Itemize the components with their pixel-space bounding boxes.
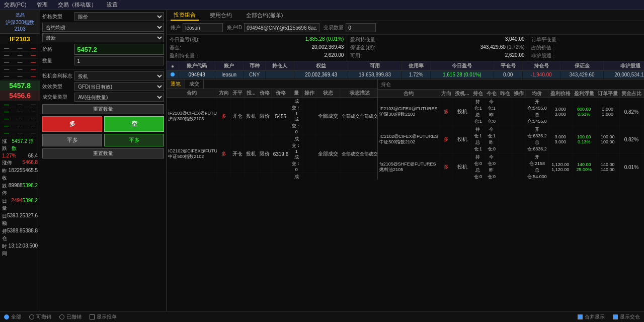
tab-portfolio[interactable]: 投资组合 bbox=[171, 10, 199, 21]
col-margin: 保证金 bbox=[560, 61, 604, 71]
order-value-label: 占的价值： bbox=[531, 44, 556, 51]
radio-cancellable-dot bbox=[29, 314, 34, 319]
checkbox-merge-label: 合并显示 bbox=[585, 313, 605, 320]
radio-cancellable[interactable]: 可撤销 bbox=[29, 313, 51, 320]
pos-th-invest: 投机... bbox=[453, 90, 471, 98]
effect-label: 效效类型 bbox=[42, 83, 72, 90]
col-flat: 平仓号 bbox=[494, 61, 522, 71]
row-holder bbox=[266, 71, 294, 79]
trade-row[interactable]: IF2103@CIFEX@FUTURES 沪深300指数2103 多 开仓 投机… bbox=[167, 98, 377, 135]
menu-item-trade-mobile[interactable]: 交易（移动版） bbox=[56, 1, 99, 9]
checkbox-show-orders-label: 显示报单 bbox=[97, 313, 117, 320]
pos-th-position: 持仓 bbox=[471, 90, 485, 98]
trade-qty-input[interactable] bbox=[346, 23, 376, 32]
row-position: -1,940.00 bbox=[522, 71, 560, 79]
col-code: 账户代码 bbox=[179, 61, 215, 71]
price-type-select2[interactable]: 合约均价 最新 bbox=[42, 23, 164, 32]
th-price: 价格 bbox=[271, 89, 290, 98]
th-status: 状态 bbox=[316, 89, 340, 98]
flat-multi-btn[interactable]: 平多 bbox=[42, 134, 102, 146]
checkbox-show-orders[interactable]: 显示报单 bbox=[90, 313, 117, 320]
tab-fee[interactable]: 费用合约 bbox=[207, 11, 235, 20]
contract-name[interactable]: IF2103 bbox=[0, 34, 40, 44]
vol-type-select[interactable]: AV(任何数量) bbox=[74, 93, 164, 102]
account-table-container: ● 账户代码 账户 币种 持仓人 权益 可用 使用率 今日盈号 平仓号 持仓号 … bbox=[167, 61, 644, 79]
side-stats: 涨跌5457.2 浮数 1.27%68.4 涨停5466.8 昨收1822554… bbox=[0, 137, 40, 258]
radio-cancellable-label: 可撤销 bbox=[36, 313, 51, 320]
tab-trade[interactable]: 成交 bbox=[185, 79, 204, 89]
indicator-label: 投机套利标志 bbox=[42, 72, 72, 79]
today-profit-label: 今日盈亏(税): bbox=[170, 36, 199, 43]
col-available: 可用 bbox=[348, 61, 402, 71]
radio-all[interactable]: 全部 bbox=[4, 313, 21, 320]
trade-left: 逐笔 成交 合约 方向 开平 投... 价格 价格 bbox=[167, 79, 378, 180]
checkbox-show-position-box bbox=[613, 314, 618, 319]
holding-value: 2,620.00 bbox=[324, 52, 344, 59]
tab-all-contracts[interactable]: 全部合约(撤单) bbox=[243, 11, 286, 20]
col-equity: 权益 bbox=[294, 61, 348, 71]
col-currency: 币种 bbox=[243, 61, 265, 71]
account-input[interactable] bbox=[183, 23, 223, 32]
menu-item-manage[interactable]: 管理 bbox=[35, 1, 50, 9]
bottom-section: 逐笔 成交 合约 方向 开平 投... 价格 价格 bbox=[167, 79, 644, 180]
multi-btn[interactable]: 多 bbox=[42, 116, 102, 132]
radio-cancelled[interactable]: 已撤销 bbox=[59, 313, 82, 320]
col-usage: 使用率 bbox=[401, 61, 430, 71]
pos-th-contract: 合约 bbox=[378, 90, 440, 98]
checkbox-show-position[interactable]: 显示交仓 bbox=[613, 313, 640, 320]
pos-th-dir: 方向 bbox=[440, 90, 453, 98]
menu-item-settings[interactable]: 设置 bbox=[105, 1, 120, 9]
position-row[interactable]: IC2102@CIFEX@FUTURES 中证500指数2102 多 投机 持仓… bbox=[378, 126, 644, 153]
vol-type-label: 成交量类型 bbox=[42, 94, 72, 101]
available-value: 2,620.00 bbox=[505, 52, 525, 59]
row-margin: 343,429.60 bbox=[560, 71, 604, 79]
reset-qty-btn1[interactable]: 重置数量 bbox=[42, 104, 164, 114]
menu-bar: 交易(PC) 管理 交易（移动版） 设置 bbox=[0, 0, 644, 10]
col-today: 今日盈号 bbox=[431, 61, 494, 71]
trade-right: 持仓 合约 方向 投机... 持仓 今仓 昨仓 操作 bbox=[378, 79, 644, 180]
position-row[interactable]: fu2105@SHFE@FUTURES 燃料油2105 多 投机 持仓:0 总仓… bbox=[378, 153, 644, 180]
menu-item-trade-pc[interactable]: 交易(PC) bbox=[2, 1, 29, 9]
trade-row[interactable]: IC2102@CIFEX@FUTURES 中证500指数2102 多 开仓 投机… bbox=[167, 135, 377, 173]
price-input[interactable] bbox=[74, 44, 164, 55]
last-price-1: 5457.8 bbox=[0, 80, 40, 91]
status-bar: 全部 可撤销 已撤销 显示报单 合并显示 显示交仓 bbox=[0, 311, 644, 322]
flat-empty-btn[interactable]: 平多 bbox=[104, 134, 164, 146]
col-holder: 持仓人 bbox=[266, 61, 294, 71]
checkbox-merge[interactable]: 合并显示 bbox=[578, 313, 605, 320]
th-dir: 方向 bbox=[217, 89, 230, 98]
pos-th-capital: 资金占比 bbox=[619, 90, 643, 98]
price-type-select[interactable]: 限价 市价 bbox=[74, 12, 164, 21]
col-account: 账户 bbox=[215, 61, 243, 71]
position-row[interactable]: IF2103@CIFEX@FUTURES 沪深300指数2103 多 投机 持仓… bbox=[378, 98, 644, 126]
indicator-select[interactable]: 投机 bbox=[74, 71, 164, 80]
account-row[interactable]: 094948 leosun CNY 20,002,369.43 19,658,8… bbox=[167, 71, 644, 79]
col-nonstock: 非沪股通 bbox=[604, 61, 644, 71]
row-usage: 1.72% bbox=[401, 71, 430, 79]
pos-th-avg: 均价 bbox=[525, 90, 548, 98]
today-profit-value: 1,885.28 (0.01%) bbox=[305, 36, 344, 43]
available-label: 可用: bbox=[350, 52, 362, 59]
holding2-value: 3,040.00 bbox=[505, 36, 525, 43]
fund-label: 基金: bbox=[170, 44, 181, 51]
trade-row[interactable]: fu2105@SHFE@FUTURES 燃料油2105 多 开仓 投机 限价 2… bbox=[167, 173, 377, 180]
broker-id-input[interactable] bbox=[244, 23, 319, 32]
account-form: 账户 账户ID 交易数量 bbox=[167, 21, 644, 35]
broker-label: 账户ID bbox=[227, 24, 242, 31]
tab-tick[interactable]: 逐笔 bbox=[167, 79, 185, 89]
effect-select[interactable]: GFD(当日有效) bbox=[74, 82, 164, 91]
price-type-select3[interactable]: 最新 bbox=[42, 33, 164, 42]
row-today: 1,615.28 (0.01%) bbox=[431, 71, 494, 79]
reset-qty-btn2[interactable]: 重置数量 bbox=[42, 148, 164, 158]
account-table: ● 账户代码 账户 币种 持仓人 权益 可用 使用率 今日盈号 平仓号 持仓号 … bbox=[167, 61, 644, 79]
radio-all-label: 全部 bbox=[11, 313, 21, 320]
th-contract: 合约 bbox=[167, 89, 217, 98]
qty-input[interactable] bbox=[74, 56, 164, 65]
th-invest: 投... bbox=[244, 89, 258, 98]
empty-btn[interactable]: 空 bbox=[104, 116, 164, 132]
protect-label: 保证金(税): bbox=[350, 44, 375, 51]
th-qty: 量 bbox=[290, 89, 303, 98]
pos-th-yesterday: 昨仓 bbox=[498, 90, 512, 98]
protect-value: 343,429.60 (1.72%) bbox=[480, 44, 525, 51]
position-header-label: 持仓 bbox=[381, 81, 391, 88]
